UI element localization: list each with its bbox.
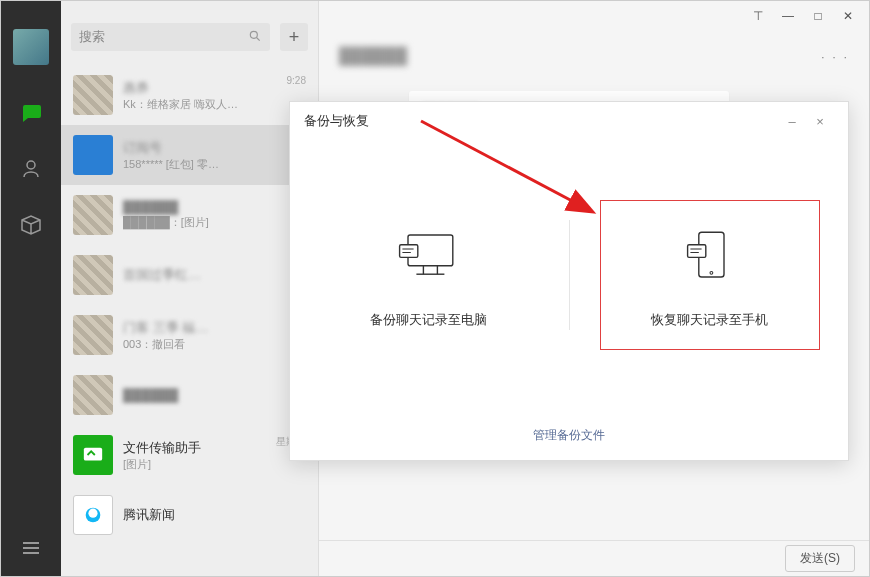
more-button[interactable]: · · ·	[821, 49, 849, 64]
svg-point-0	[250, 31, 257, 38]
chat-avatar	[73, 135, 113, 175]
computer-icon	[394, 221, 464, 291]
pin-button[interactable]: ⊤	[743, 2, 773, 30]
favorites-icon[interactable]	[17, 211, 45, 239]
svg-point-13	[710, 271, 713, 274]
chat-subtitle: 158***** [红包] 零…	[123, 157, 306, 172]
chat-avatar	[73, 75, 113, 115]
window-titlebar: ⊤ — □ ✕	[319, 1, 869, 31]
search-placeholder: 搜索	[79, 28, 105, 46]
modal-close-button[interactable]: ×	[806, 114, 834, 129]
backup-to-pc-label: 备份聊天记录至电脑	[370, 311, 487, 329]
chat-title: ██████	[123, 200, 306, 215]
phone-icon	[675, 221, 745, 291]
chat-subtitle: Kk：维格家居 嗨双人…	[123, 97, 277, 112]
chat-avatar	[73, 375, 113, 415]
contacts-icon[interactable]	[17, 155, 45, 183]
search-input[interactable]: 搜索	[71, 23, 270, 51]
svg-rect-14	[687, 245, 705, 258]
chat-name: ██████	[339, 47, 407, 65]
svg-rect-9	[399, 245, 417, 258]
restore-to-phone-option[interactable]: 恢复聊天记录至手机	[600, 200, 820, 350]
chat-item[interactable]: ██████	[61, 365, 318, 425]
chat-subtitle: 003：撤回看	[123, 337, 306, 352]
chat-subtitle: [图片]	[123, 457, 266, 472]
chat-item[interactable]: ████████████：[图片]	[61, 185, 318, 245]
chat-title: 门客 三季 福…	[123, 319, 306, 337]
backup-restore-modal: 备份与恢复 – × 备份聊天记录至电脑	[289, 101, 849, 461]
user-avatar[interactable]	[13, 29, 49, 65]
chat-item[interactable]: 门客 三季 福…003：撤回看	[61, 305, 318, 365]
manage-backup-link[interactable]: 管理备份文件	[533, 427, 605, 444]
chat-icon[interactable]	[17, 99, 45, 127]
chat-avatar	[73, 315, 113, 355]
chat-item[interactable]: 订阅号158***** [红包] 零…	[61, 125, 318, 185]
menu-icon[interactable]	[17, 534, 45, 562]
backup-to-pc-option[interactable]: 备份聊天记录至电脑	[319, 201, 539, 349]
chat-header: ██████ · · ·	[319, 31, 869, 81]
chat-subtitle: ██████：[图片]	[123, 215, 306, 230]
chat-avatar	[73, 495, 113, 535]
modal-header: 备份与恢复 – ×	[290, 102, 848, 140]
chat-list: 惠券Kk：维格家居 嗨双人…9:28订阅号158***** [红包] 零…███…	[61, 65, 318, 576]
chat-time: 9:28	[287, 75, 306, 86]
chat-item[interactable]: 腾讯新闻	[61, 485, 318, 545]
chat-item[interactable]: 文件传输助手[图片]星期…	[61, 425, 318, 485]
chat-avatar	[73, 435, 113, 475]
close-button[interactable]: ✕	[833, 2, 863, 30]
chat-title: 腾讯新闻	[123, 506, 306, 524]
chat-title: 首国过季红…	[123, 266, 306, 284]
chat-item[interactable]: 首国过季红…	[61, 245, 318, 305]
modal-divider	[569, 220, 570, 330]
maximize-button[interactable]: □	[803, 2, 833, 30]
chat-item[interactable]: 惠券Kk：维格家居 嗨双人…9:28	[61, 65, 318, 125]
chat-avatar	[73, 255, 113, 295]
chat-avatar	[73, 195, 113, 235]
search-icon	[248, 29, 262, 46]
chat-title: 文件传输助手	[123, 439, 266, 457]
sidebar-nav	[1, 1, 61, 576]
modal-title: 备份与恢复	[304, 112, 369, 130]
svg-line-1	[257, 37, 260, 40]
footer: 发送(S)	[319, 540, 869, 576]
chat-title: 惠券	[123, 79, 277, 97]
chat-title: 订阅号	[123, 139, 306, 157]
svg-point-4	[88, 509, 97, 518]
add-button[interactable]: +	[280, 23, 308, 51]
modal-min-button[interactable]: –	[778, 114, 806, 129]
minimize-button[interactable]: —	[773, 2, 803, 30]
chat-title: ██████	[123, 388, 306, 403]
restore-to-phone-label: 恢复聊天记录至手机	[651, 311, 768, 329]
chat-list-panel: 搜索 + 惠券Kk：维格家居 嗨双人…9:28订阅号158***** [红包] …	[61, 1, 319, 576]
send-button[interactable]: 发送(S)	[785, 545, 855, 572]
